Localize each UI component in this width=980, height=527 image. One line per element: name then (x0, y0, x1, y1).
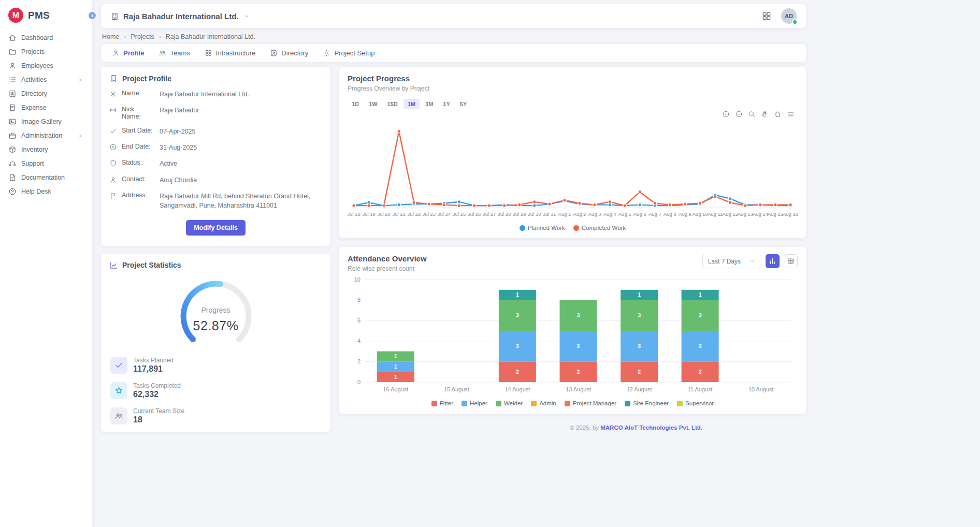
modify-details-button[interactable]: Modify Details (186, 220, 246, 236)
svg-text:3: 3 (516, 343, 519, 349)
home-icon[interactable] (774, 110, 782, 119)
breadcrumb-home[interactable]: Home (102, 33, 119, 40)
topbar: Raja Bahadur International Ltd. AD (101, 4, 806, 28)
range-button-1w[interactable]: 1W (365, 99, 382, 109)
svg-text:Jul 30: Jul 30 (528, 211, 541, 217)
directory-icon (8, 90, 17, 98)
avatar[interactable]: AD (781, 8, 797, 24)
stat-current-team-size: Current Team Size18 (109, 407, 322, 424)
svg-text:1: 1 (516, 291, 519, 298)
tab-infrastructure[interactable]: Infrastructure (198, 44, 263, 62)
zoom-in-icon[interactable] (722, 110, 730, 119)
profile-field-nick-name: Nick Name:Raja Bahadur (109, 106, 322, 120)
legend-item-completed-work[interactable]: Completed Work (573, 225, 626, 231)
project-statistics-card: Project Statistics Progress 52.87% Tasks… (101, 254, 330, 432)
tab-label: Project Setup (334, 49, 374, 57)
sidebar-item-support[interactable]: Support (4, 157, 89, 170)
bar-view-button[interactable] (766, 254, 780, 268)
range-button-3m[interactable]: 3M (421, 99, 437, 109)
legend-item-helper[interactable]: Helper (462, 400, 487, 406)
table-view-button[interactable] (784, 254, 798, 268)
tab-directory[interactable]: Directory (263, 44, 315, 62)
footer: © 2025, by MARCO AIoT Technologies Pvt. … (339, 422, 806, 436)
bar-view-icon (769, 257, 776, 265)
chevron-down-icon (749, 258, 756, 265)
sidebar-item-expense[interactable]: Expense (4, 101, 89, 114)
footer-company-link[interactable]: MARCO AIoT Technologies Pvt. Ltd. (600, 424, 702, 431)
profile-tab-icon (112, 49, 120, 57)
svg-text:Jul 25: Jul 25 (453, 211, 466, 217)
sidebar-item-directory[interactable]: Directory (4, 87, 89, 100)
svg-text:Aug 16: Aug 16 (783, 211, 798, 217)
field-value: Raja Bahadur (160, 106, 322, 115)
range-selector: 1D1W15D1M3M1Y5Y (348, 99, 798, 109)
svg-text:Aug 5: Aug 5 (618, 211, 631, 217)
tab-project-setup[interactable]: Project Setup (316, 44, 381, 62)
sidebar-item-employees[interactable]: Employees (4, 59, 89, 72)
range-button-15d[interactable]: 15D (383, 99, 402, 109)
sidebar-item-dashboard[interactable]: Dashboard (4, 31, 89, 45)
attendance-range-select[interactable]: Last 7 Days (702, 255, 761, 268)
tab-label: Directory (281, 49, 308, 57)
legend-item-admin[interactable]: Admin (531, 400, 556, 406)
sidebar-item-help-desk[interactable]: Help Desk (4, 185, 89, 198)
legend-item-supervisor[interactable]: Supervisor (677, 400, 714, 406)
selection-zoom-icon[interactable] (748, 110, 756, 119)
tab-profile[interactable]: Profile (105, 44, 151, 62)
chevron-left-icon (90, 13, 95, 19)
bar-chart[interactable]: 024681016 August11115 August14 August233… (348, 272, 798, 397)
breadcrumb: Home › Projects › Raja Bahadur Internati… (102, 33, 805, 40)
attendance-controls: Last 7 Days (702, 254, 798, 268)
apps-grid-icon[interactable] (761, 11, 772, 21)
svg-text:15 August: 15 August (444, 386, 469, 392)
sidebar-item-image-gallery[interactable]: Image Gallery (4, 115, 89, 128)
app-logo[interactable]: M PMS (0, 0, 92, 29)
dashboard-icon (8, 34, 17, 42)
svg-text:Jul 29: Jul 29 (513, 211, 526, 217)
settings-icon (109, 90, 117, 98)
field-label: End Date: (122, 143, 155, 150)
range-button-5y[interactable]: 5Y (456, 99, 471, 109)
legend-marker (520, 225, 525, 231)
pan-icon[interactable] (761, 110, 769, 119)
range-button-1d[interactable]: 1D (348, 99, 363, 109)
svg-text:Aug 13: Aug 13 (738, 211, 753, 217)
chevron-right-icon (77, 133, 84, 139)
legend-item-planned-work[interactable]: Planned Work (520, 225, 565, 231)
svg-text:Aug 14: Aug 14 (753, 211, 768, 217)
menu-icon[interactable] (787, 110, 795, 119)
sidebar-item-projects[interactable]: Projects (4, 45, 89, 58)
svg-text:Aug 12: Aug 12 (723, 211, 738, 217)
tab-teams[interactable]: Teams (152, 44, 196, 62)
company-selector[interactable]: Raja Bahadur International Ltd. (110, 12, 250, 21)
stat-label: Tasks Planned (133, 357, 174, 364)
field-value: 31-Aug-2025 (160, 143, 322, 152)
sidebar-item-administration[interactable]: Administration (4, 129, 89, 142)
sidebar-item-inventory[interactable]: Inventory (4, 143, 89, 156)
svg-text:2: 2 (638, 369, 641, 375)
svg-text:6: 6 (357, 317, 361, 324)
legend-item-project-manager[interactable]: Project Manager (565, 400, 616, 406)
tab-label: Profile (123, 49, 144, 57)
sidebar-item-activities[interactable]: Activities (4, 73, 89, 86)
line-chart-legend: Planned WorkCompleted Work (348, 225, 798, 231)
sidebar-item-documentation[interactable]: Documentation (4, 171, 89, 184)
legend-item-welder[interactable]: Welder (496, 400, 523, 406)
legend-item-site-engineer[interactable]: Site Engineer (625, 400, 669, 406)
range-button-1y[interactable]: 1Y (439, 99, 454, 109)
svg-text:Aug 10: Aug 10 (693, 211, 708, 217)
tab-label: Infrastructure (216, 49, 256, 57)
range-button-1m[interactable]: 1M (403, 99, 420, 109)
field-value: Raja Bahadur Mill Rd, behind Sheraton Gr… (160, 192, 322, 210)
zoom-out-icon[interactable] (735, 110, 743, 119)
legend-item-fitter[interactable]: Fitter (431, 400, 453, 406)
sidebar-collapse-button[interactable] (88, 11, 97, 20)
field-label: Start Date: (122, 127, 155, 134)
legend-label: Supervisor (685, 400, 714, 406)
inventory-icon (8, 145, 17, 154)
line-chart[interactable]: Jul 18Jul 19Jul 20Jul 21Jul 22Jul 23Jul … (348, 119, 798, 222)
svg-text:14 August: 14 August (505, 386, 530, 392)
legend-label: Site Engineer (633, 400, 669, 406)
breadcrumb-projects[interactable]: Projects (131, 33, 154, 40)
profile-field-contact: Contact:Anuj Chordia (109, 175, 322, 185)
